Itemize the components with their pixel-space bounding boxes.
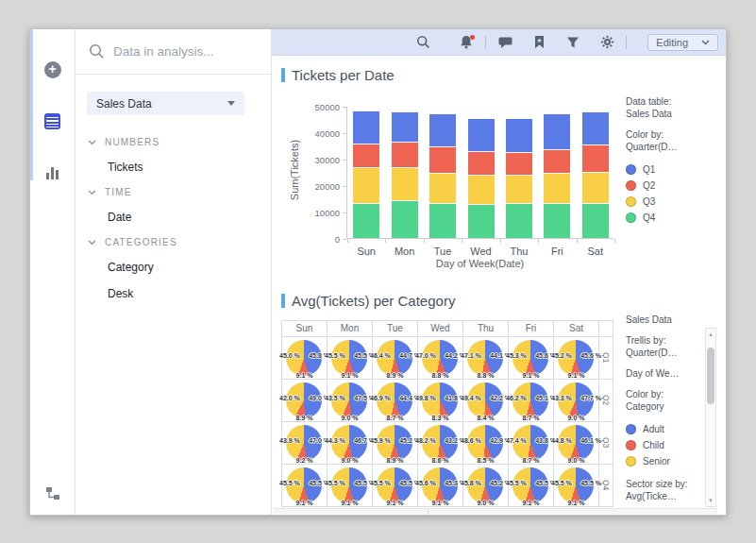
legend-label: Quarter(D… xyxy=(626,141,677,153)
pie-label-senior: 45.5 % xyxy=(506,480,527,486)
legend-scrollbar[interactable]: ▲ ▼ xyxy=(705,328,716,507)
bar-segment-q1-tue[interactable] xyxy=(429,113,456,146)
trellis-column-header: Mon xyxy=(328,321,372,336)
legend-text: Quarter(D… xyxy=(626,347,703,359)
legend-text: Day of We… xyxy=(626,367,703,380)
top-toolbar: ★ xyxy=(272,29,726,56)
chevron-down-icon xyxy=(227,101,235,106)
app-window: + Sales Data NUMBERSTick xyxy=(29,28,727,516)
bar-segment-q4-thu[interactable] xyxy=(506,203,532,238)
trellis-column-header: Thu xyxy=(463,321,508,336)
y-tick-label: 30000 xyxy=(300,155,340,165)
x-tick-mark xyxy=(577,239,578,243)
field-item-desk[interactable]: Desk xyxy=(76,280,271,307)
notifications-icon[interactable] xyxy=(457,33,476,52)
search-input[interactable] xyxy=(113,44,258,59)
pie-chart-legend: Sales DataTrellis by:Quarter(D…Day of We… xyxy=(626,314,703,502)
pie-label-senior: 48.2 % xyxy=(415,437,436,444)
pie-label-child: 9.1 % xyxy=(554,500,598,506)
data-in-analysis-icon[interactable] xyxy=(30,107,76,135)
pie-label-child: 9.0 % xyxy=(463,500,508,506)
trellis-column-header: Wed xyxy=(418,321,462,336)
horizontal-scrollbar[interactable] xyxy=(274,508,717,514)
legend-entry[interactable]: Q1 xyxy=(626,161,720,178)
bar-segment-q4-sat[interactable] xyxy=(582,203,609,238)
pie-label-child: 8.4 % xyxy=(463,415,508,421)
pie-label-child: 9.1 % xyxy=(282,372,327,379)
field-section-header[interactable]: NUMBERS xyxy=(76,130,271,154)
legend-entry[interactable]: Child xyxy=(626,437,703,453)
bar-segment-q3-tue[interactable] xyxy=(429,173,456,203)
analysis-structure-icon[interactable] xyxy=(30,479,76,507)
legend-entry[interactable]: Q3 xyxy=(626,194,720,210)
bar-segment-q4-mon[interactable] xyxy=(392,200,418,238)
pie-label-child: 9.1 % xyxy=(373,500,417,506)
bar-segment-q1-fri[interactable] xyxy=(544,113,570,149)
trellis-column-header: Sun xyxy=(282,321,327,336)
bar-segment-q1-sat[interactable] xyxy=(582,111,609,144)
pie-label-child: 8.8 % xyxy=(418,372,462,379)
bar-segment-q3-wed[interactable] xyxy=(468,175,495,204)
add-icon[interactable]: + xyxy=(30,56,76,84)
bar-segment-q4-fri[interactable] xyxy=(544,203,570,238)
bar-segment-q1-thu[interactable] xyxy=(506,118,532,151)
trellis-row-label-text: Q1 xyxy=(601,352,611,363)
bar-segment-q3-sun[interactable] xyxy=(353,167,379,203)
bar-segment-q4-wed[interactable] xyxy=(468,204,495,238)
legend-label: Adult xyxy=(643,421,664,437)
field-item-date[interactable]: Date xyxy=(76,204,271,230)
pie-label-senior: 48.6 % xyxy=(461,437,481,444)
scrollbar-thumb[interactable] xyxy=(707,348,714,404)
bookmarks-icon[interactable]: ★ xyxy=(529,33,548,52)
legend-label: Data table: xyxy=(626,95,671,108)
pie-label-child: 9.1 % xyxy=(418,500,462,506)
bar-segment-q2-sat[interactable] xyxy=(582,144,609,172)
magnifier-icon xyxy=(89,43,105,59)
legend-entry[interactable]: Q2 xyxy=(626,178,720,194)
bar-segment-q2-fri[interactable] xyxy=(544,149,570,173)
bar-segment-q1-wed[interactable] xyxy=(468,118,495,150)
y-tick-mark xyxy=(343,239,346,240)
trellis-cell-q1-thu: 47.1 %44.1 %8.8 % xyxy=(463,337,508,379)
pie-label-senior: 49.8 % xyxy=(415,395,436,401)
trellis-cell-q1-fri: 45.3 %45.6 %9.1 % xyxy=(509,337,553,379)
bar-segment-q1-sun[interactable] xyxy=(353,110,379,144)
search-icon[interactable] xyxy=(413,33,432,52)
legend-entry[interactable]: Adult xyxy=(626,421,703,437)
pie-label-child: 9.0 % xyxy=(328,457,372,464)
bar-segment-q3-mon[interactable] xyxy=(392,167,418,200)
pie-label-senior: 46.4 % xyxy=(370,352,391,359)
scroll-up-icon[interactable]: ▲ xyxy=(706,329,715,340)
bar-segment-q4-sun[interactable] xyxy=(353,203,379,238)
legend-entry[interactable]: Q4 xyxy=(626,210,720,226)
comments-icon[interactable] xyxy=(496,33,514,52)
data-table-selector[interactable]: Sales Data xyxy=(87,92,244,115)
bar-segment-q3-fri[interactable] xyxy=(544,173,570,203)
bar-segment-q3-thu[interactable] xyxy=(506,175,532,203)
trellis-column-header: Tue xyxy=(373,321,417,336)
trellis-cell-q4-thu: 45.8 %45.2 %9.0 % xyxy=(463,465,508,506)
bar-segment-q2-mon[interactable] xyxy=(392,142,418,167)
trellis-cell-q4-mon: 45.5 %45.5 %9.1 % xyxy=(328,465,372,506)
field-section-header[interactable]: TIME xyxy=(76,180,271,204)
field-item-category[interactable]: Category xyxy=(76,254,271,280)
filters-icon[interactable] xyxy=(563,33,582,52)
bar-segment-q3-sat[interactable] xyxy=(582,172,609,203)
trellis-cell-q2-fri: 46.2 %45.1 %8.7 % xyxy=(509,380,553,421)
bar-segment-q2-sun[interactable] xyxy=(353,144,379,167)
legend-entry[interactable]: Senior xyxy=(626,453,703,469)
field-sections: NUMBERSTicketsTIMEDateCATEGORIESCategory… xyxy=(76,130,271,307)
editing-mode-dropdown[interactable]: Editing xyxy=(647,34,718,51)
scroll-down-icon[interactable]: ▼ xyxy=(706,495,715,506)
bar-segment-q2-thu[interactable] xyxy=(506,152,532,175)
bar-segment-q2-wed[interactable] xyxy=(468,151,495,175)
bar-segment-q1-mon[interactable] xyxy=(392,111,418,142)
bar-segment-q2-tue[interactable] xyxy=(429,146,456,173)
visualization-types-icon[interactable] xyxy=(30,159,76,187)
pie-label-child: 9.1 % xyxy=(282,500,327,506)
bar-segment-q4-tue[interactable] xyxy=(429,203,456,238)
field-section-header[interactable]: CATEGORIES xyxy=(76,230,271,254)
field-item-tickets[interactable]: Tickets xyxy=(76,154,271,180)
x-tick-mark xyxy=(462,239,462,243)
settings-icon[interactable] xyxy=(597,33,616,52)
